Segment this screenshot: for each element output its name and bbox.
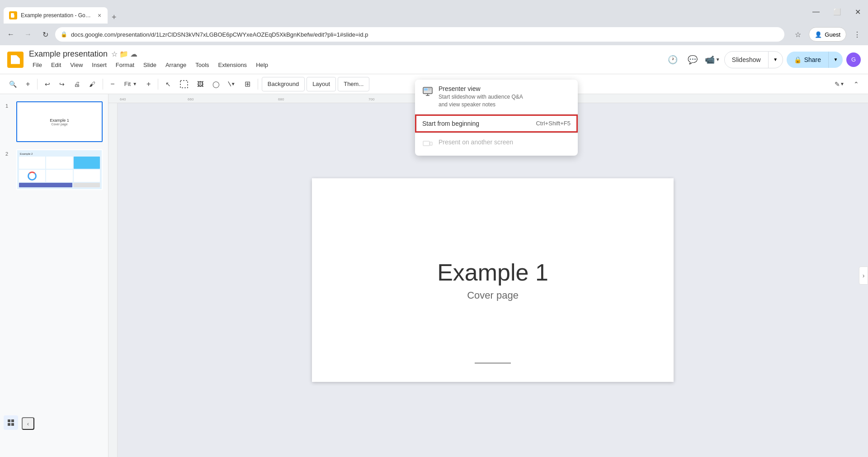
user-avatar[interactable]: G (846, 52, 861, 67)
toolbar-divider-1 (37, 79, 38, 90)
zoom-select[interactable]: Fit ▼ (120, 77, 141, 91)
theme-btn[interactable]: Them... (338, 77, 369, 91)
history-btn[interactable]: 🕐 (665, 52, 681, 68)
tab-close-btn[interactable]: × (97, 11, 102, 20)
present-screen-icon (422, 139, 433, 150)
app-title-text: Example presentation (29, 49, 108, 59)
cursor-btn[interactable]: ↖ (162, 77, 175, 91)
app-logo-inner (11, 55, 20, 64)
right-panel-collapse-btn[interactable]: › (859, 267, 868, 285)
share-label: Share (804, 56, 821, 63)
shape-btn[interactable]: ◯ (209, 77, 223, 91)
new-tab-btn[interactable]: + (108, 11, 120, 24)
background-btn[interactable]: Background (262, 77, 305, 91)
app-header: Example presentation ☆ 📁 ☁ File Edit Vie… (0, 45, 868, 74)
zoom-search-icon: 🔍 (9, 81, 17, 88)
collapse-panel-btn-area: ‹ (22, 417, 34, 430)
address-bar[interactable]: 🔒 docs.google.com/presentation/d/1LzrClD… (55, 27, 784, 42)
forward-btn[interactable]: → (21, 27, 35, 42)
slideshow-main-btn[interactable]: Slideshow (725, 52, 768, 68)
chat-btn[interactable]: 💬 (684, 52, 701, 68)
tab-title: Example presentation - Google (21, 12, 93, 19)
drive-icon[interactable]: 📁 (119, 50, 128, 58)
toolbar-divider-2 (103, 79, 103, 90)
slide1-thumb-sub: Cover page (50, 123, 69, 126)
slide-thumb-2[interactable]: Example 2 (16, 149, 103, 190)
reload-btn[interactable]: ↻ (38, 27, 52, 42)
presenter-view-subtitle: Start slideshow with audience Q&Aand vie… (439, 93, 571, 109)
toolbar-collapse-btn[interactable]: ⌃ (850, 77, 863, 91)
toolbar-edit-icon-btn[interactable]: ✎ ▼ (831, 77, 848, 91)
select-btn[interactable] (176, 77, 192, 91)
back-btn[interactable]: ← (4, 27, 18, 42)
share-dropdown-btn[interactable]: ▼ (828, 52, 843, 68)
menu-format[interactable]: Format (112, 60, 138, 70)
slideshow-dropdown-btn[interactable]: ▼ (768, 52, 783, 68)
nav-right: ☆ 👤 Guest ⋮ (791, 27, 864, 42)
slide-item-2[interactable]: 2 Example 2 (0, 146, 108, 194)
nav-more-btn[interactable]: ⋮ (850, 27, 864, 42)
zoom-out-btn[interactable]: − (107, 77, 118, 91)
print-btn[interactable]: 🖨 (70, 77, 84, 91)
menu-tools[interactable]: Tools (192, 60, 212, 70)
menu-extensions[interactable]: Extensions (215, 60, 251, 70)
menu-insert[interactable]: Insert (88, 60, 110, 70)
active-tab[interactable]: Example presentation - Google × (4, 7, 108, 24)
ruler-vertical (108, 103, 118, 457)
format-paint-icon: 🖌 (89, 81, 95, 88)
menu-file[interactable]: File (29, 60, 46, 70)
svg-text:680: 680 (278, 97, 284, 101)
cloud-icon[interactable]: ☁ (130, 50, 137, 58)
dropdown-start-beginning[interactable]: Start from beginning Ctrl+Shift+F5 (415, 114, 578, 133)
start-beginning-shortcut: Ctrl+Shift+F5 (536, 120, 571, 127)
presenter-view-title: Presenter view (439, 85, 571, 92)
presenter-view-content: Presenter view Start slideshow with audi… (439, 85, 571, 109)
zoom-in-btn[interactable]: + (143, 77, 154, 91)
zoom-search-btn[interactable]: 🔍 (5, 77, 20, 91)
profile-btn[interactable]: 👤 Guest (809, 27, 846, 42)
layout-btn[interactable]: Layout (307, 77, 336, 91)
menu-view[interactable]: View (66, 60, 86, 70)
zoom-dropdown-icon: ▼ (132, 81, 137, 86)
toolbar-edit-icon: ✎ (835, 81, 840, 88)
format-paint-btn[interactable]: 🖌 (85, 77, 99, 91)
image-btn[interactable]: 🖼 (193, 77, 207, 91)
line-btn[interactable]: / ▼ (225, 77, 239, 91)
grid-view-btn[interactable] (4, 415, 18, 430)
menu-arrange[interactable]: Arrange (162, 60, 190, 70)
close-btn[interactable]: ✕ (847, 4, 868, 20)
toolbar-divider-4 (258, 79, 258, 90)
add-shape-btn[interactable]: ⊞ (241, 77, 254, 91)
svg-rect-2 (8, 419, 10, 422)
app-title-icons: ☆ 📁 ☁ (111, 50, 137, 58)
history-icon: 🕐 (668, 55, 678, 65)
menu-slide[interactable]: Slide (140, 60, 160, 70)
bookmark-btn[interactable]: ☆ (791, 27, 805, 42)
redo-icon: ↪ (59, 81, 65, 88)
image-icon: 🖼 (197, 81, 203, 88)
menu-help[interactable]: Help (252, 60, 272, 70)
zoom-in-icon: + (146, 80, 151, 88)
slide-item-1[interactable]: 1 Example 1 Cover page (0, 98, 108, 146)
slide1-thumb-title: Example 1 (50, 118, 69, 123)
svg-text:640: 640 (120, 97, 126, 101)
menu-edit[interactable]: Edit (47, 60, 65, 70)
share-main-btn[interactable]: 🔒 Share (787, 52, 828, 68)
more-tools-icon: + (26, 80, 30, 88)
maximize-btn[interactable]: ⬜ (826, 4, 847, 20)
tab-bar: Example presentation - Google × + (4, 0, 120, 24)
star-icon[interactable]: ☆ (111, 50, 118, 58)
presenter-view-icon (422, 86, 433, 97)
collapse-panel-btn[interactable]: ‹ (22, 417, 34, 430)
slide-canvas[interactable]: Example 1 Cover page (312, 178, 674, 382)
dropdown-presenter-view[interactable]: Presenter view Start slideshow with audi… (415, 80, 578, 114)
undo-btn[interactable]: ↩ (41, 77, 54, 91)
video-btn[interactable]: 📹 ▼ (704, 52, 721, 68)
redo-btn[interactable]: ↪ (56, 77, 68, 91)
svg-rect-19 (423, 141, 429, 146)
more-tools-btn[interactable]: + (22, 77, 33, 91)
svg-rect-16 (424, 88, 428, 90)
slide-thumb-1[interactable]: Example 1 Cover page (16, 101, 103, 142)
minimize-btn[interactable]: — (806, 4, 826, 20)
zoom-out-icon: − (110, 80, 114, 88)
